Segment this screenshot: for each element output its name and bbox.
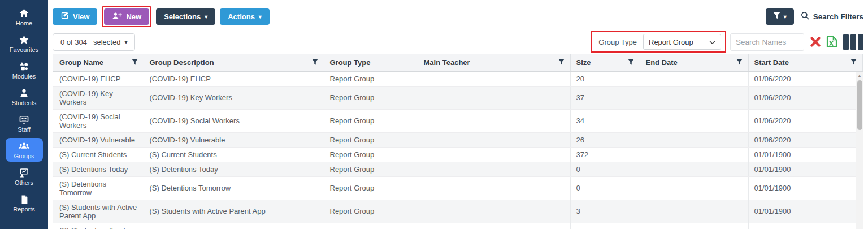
clear-filters-icon[interactable] bbox=[809, 36, 822, 48]
others-icon bbox=[19, 167, 29, 178]
table-row[interactable]: (S) Students without Active Parent App(S… bbox=[53, 223, 863, 229]
cell-type: Report Group bbox=[324, 109, 418, 132]
column-header-group-description[interactable]: Group Description bbox=[144, 54, 324, 71]
table-scrollbar[interactable]: ▲ bbox=[856, 72, 863, 229]
cell-type: Report Group bbox=[324, 223, 418, 229]
cell-start: 01/01/1900 bbox=[748, 162, 863, 176]
column-header-end-date[interactable]: End Date bbox=[640, 54, 748, 71]
cell-name: (S) Current Students bbox=[53, 147, 144, 162]
reports-icon bbox=[19, 194, 29, 205]
cell-description: (S) Students with Active Parent App bbox=[144, 200, 324, 223]
cell-description: (COVID-19) EHCP bbox=[144, 71, 324, 86]
filter-button[interactable]: ▾ bbox=[766, 8, 794, 25]
sidebar-item-label: Reports bbox=[13, 206, 35, 213]
table-row[interactable]: (COVID-19) Key Workers(COVID-19) Key Wor… bbox=[53, 86, 863, 109]
sidebar-item-staff[interactable]: Staff bbox=[6, 111, 43, 135]
search-filters-button[interactable]: Search Filters bbox=[801, 11, 863, 21]
group-type-select[interactable]: Report Group bbox=[643, 34, 721, 50]
table-row[interactable]: (S) Detentions Today(S) Detentions Today… bbox=[53, 162, 863, 176]
view-button[interactable]: View bbox=[53, 8, 97, 25]
scroll-up-arrow-icon[interactable]: ▲ bbox=[856, 74, 863, 77]
filter-funnel-icon[interactable] bbox=[736, 58, 743, 67]
filter-funnel-icon[interactable] bbox=[558, 58, 565, 67]
cell-size: 37 bbox=[570, 86, 640, 109]
column-header-main-teacher[interactable]: Main Teacher bbox=[418, 54, 570, 71]
search-names-input[interactable] bbox=[730, 33, 804, 51]
column-header-label: Group Description bbox=[150, 58, 214, 67]
sidebar-item-modules[interactable]: Modules bbox=[6, 58, 43, 82]
person-add-icon bbox=[112, 11, 122, 22]
column-header-label: Group Type bbox=[330, 58, 371, 67]
cell-type: Report Group bbox=[324, 147, 418, 162]
column-header-start-date[interactable]: Start Date bbox=[748, 54, 863, 71]
column-header-group-name[interactable]: Group Name bbox=[53, 54, 144, 71]
table-row[interactable]: (COVID-19) EHCP(COVID-19) EHCPReport Gro… bbox=[53, 71, 863, 86]
selected-count-button[interactable]: 0 of 304 selected ▾ bbox=[53, 33, 135, 51]
caret-down-icon: ▾ bbox=[784, 14, 787, 20]
cell-description: (COVID-19) Key Workers bbox=[144, 86, 324, 109]
cell-teacher bbox=[418, 176, 570, 200]
sidebar-item-label: Home bbox=[16, 20, 32, 27]
cell-description: (COVID-19) Vulnerable bbox=[144, 132, 324, 147]
filter-funnel-icon[interactable] bbox=[628, 58, 634, 67]
edit-icon bbox=[60, 11, 69, 21]
sidebar-item-others[interactable]: Others bbox=[6, 165, 43, 188]
cell-size: 26 bbox=[570, 132, 640, 147]
table-row[interactable]: (COVID-19) Social Workers(COVID-19) Soci… bbox=[53, 109, 863, 132]
sidebar-item-favourites[interactable]: Favourites bbox=[6, 32, 43, 55]
selected-count: 0 of 304 bbox=[60, 38, 87, 46]
column-header-group-type[interactable]: Group Type bbox=[324, 54, 418, 71]
search-filters-label: Search Filters bbox=[813, 12, 863, 21]
sidebar-item-students[interactable]: Students bbox=[6, 85, 43, 109]
cell-start: 01/06/2020 bbox=[748, 71, 863, 86]
cell-start: 01/01/1900 bbox=[748, 200, 863, 223]
filter-funnel-icon[interactable] bbox=[312, 58, 318, 67]
cell-start: 01/01/1900 bbox=[748, 223, 863, 229]
sidebar-item-label: Favourites bbox=[10, 47, 38, 53]
scrollbar-thumb[interactable] bbox=[857, 80, 862, 130]
filter-bar: 0 of 304 selected ▾ Group Type Report Gr… bbox=[53, 31, 863, 53]
cell-size: 3 bbox=[570, 200, 640, 223]
cell-end bbox=[640, 223, 748, 229]
filter-funnel-icon[interactable] bbox=[132, 58, 138, 67]
sidebar-item-label: Others bbox=[15, 180, 33, 186]
sidebar-item-label: Staff bbox=[18, 127, 30, 133]
filter-funnel-icon[interactable] bbox=[850, 58, 857, 67]
cell-name: (S) Detentions Today bbox=[53, 162, 144, 176]
sidebar-item-home[interactable]: Home bbox=[6, 5, 43, 29]
table-row[interactable]: (S) Students with Active Parent App(S) S… bbox=[53, 200, 863, 223]
sidebar-item-groups[interactable]: Groups bbox=[6, 138, 43, 162]
cell-name: (S) Students without Active Parent App bbox=[53, 223, 144, 229]
column-header-size[interactable]: Size bbox=[570, 54, 640, 71]
cell-type: Report Group bbox=[324, 162, 418, 176]
table-row[interactable]: (S) Detentions Tomorrow(S) Detentions To… bbox=[53, 176, 863, 200]
actions-button[interactable]: Actions ▾ bbox=[220, 8, 270, 25]
actions-button-label: Actions bbox=[228, 12, 255, 21]
home-icon bbox=[19, 8, 29, 19]
cell-teacher bbox=[418, 86, 570, 109]
cell-teacher bbox=[418, 223, 570, 229]
column-header-label: Main Teacher bbox=[424, 58, 470, 67]
table-row[interactable]: (S) Current Students(S) Current Students… bbox=[53, 147, 863, 162]
new-button[interactable]: New bbox=[104, 8, 149, 25]
new-button-label: New bbox=[126, 12, 141, 21]
column-header-label: Group Name bbox=[59, 58, 103, 67]
selections-button[interactable]: Selections ▾ bbox=[156, 8, 215, 25]
table-row[interactable]: (COVID-19) Vulnerable(COVID-19) Vulnerab… bbox=[53, 132, 863, 147]
cell-teacher bbox=[418, 147, 570, 162]
cell-end bbox=[640, 176, 748, 200]
excel-export-icon[interactable] bbox=[825, 35, 839, 49]
cell-size: 20 bbox=[570, 71, 640, 86]
cell-description: (COVID-19) Social Workers bbox=[144, 109, 324, 132]
columns-icon[interactable] bbox=[843, 34, 863, 50]
cell-size: 0 bbox=[570, 162, 640, 176]
cell-size: 369 bbox=[570, 223, 640, 229]
caret-down-icon: ▾ bbox=[205, 14, 207, 20]
cell-teacher bbox=[418, 109, 570, 132]
search-icon bbox=[801, 11, 809, 21]
cell-name: (COVID-19) Social Workers bbox=[53, 109, 144, 132]
sidebar-item-reports[interactable]: Reports bbox=[6, 191, 43, 215]
column-header-label: End Date bbox=[646, 58, 678, 67]
view-button-label: View bbox=[73, 12, 89, 21]
cell-end bbox=[640, 147, 748, 162]
